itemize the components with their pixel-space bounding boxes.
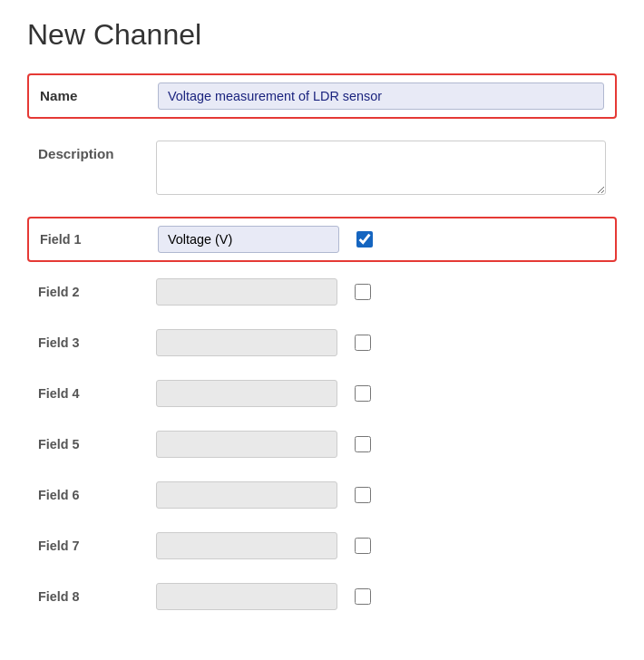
field-row-6: Field 6 xyxy=(27,474,617,516)
field-input-1[interactable] xyxy=(158,226,339,253)
field-checkbox-5[interactable] xyxy=(355,436,371,452)
name-input[interactable] xyxy=(158,82,604,110)
field-label-1: Field 1 xyxy=(40,232,158,247)
field-checkbox-1[interactable] xyxy=(356,231,373,248)
field-row-1: Field 1 xyxy=(27,217,617,262)
field-checkbox-wrapper-8 xyxy=(352,588,374,605)
field-checkbox-7[interactable] xyxy=(355,538,371,554)
field-input-5[interactable] xyxy=(156,431,337,458)
field-checkbox-3[interactable] xyxy=(355,335,371,351)
field-label-6: Field 6 xyxy=(38,488,156,502)
name-label: Name xyxy=(40,82,158,103)
field-checkbox-wrapper-6 xyxy=(352,487,374,503)
description-label: Description xyxy=(38,141,156,161)
field-checkbox-4[interactable] xyxy=(355,385,371,402)
fields-container: Field 1Field 2Field 3Field 4Field 5Field… xyxy=(27,217,617,617)
field-checkbox-wrapper-4 xyxy=(352,385,374,402)
name-row: Name xyxy=(27,73,617,119)
page-title: New Channel xyxy=(27,18,617,52)
field-label-7: Field 7 xyxy=(38,539,156,553)
field-label-3: Field 3 xyxy=(38,335,156,350)
field-checkbox-wrapper-7 xyxy=(352,538,374,554)
field-checkbox-2[interactable] xyxy=(355,284,371,300)
field-label-2: Field 2 xyxy=(38,285,156,299)
field-label-4: Field 4 xyxy=(38,386,156,401)
field-label-5: Field 5 xyxy=(38,437,156,451)
field-checkbox-wrapper-1 xyxy=(354,231,376,248)
field-checkbox-6[interactable] xyxy=(355,487,371,503)
field-row-2: Field 2 xyxy=(27,271,617,313)
description-row: Description xyxy=(27,133,617,202)
field-row-5: Field 5 xyxy=(27,423,617,465)
field-row-4: Field 4 xyxy=(27,373,617,414)
field-row-3: Field 3 xyxy=(27,322,617,364)
field-input-6[interactable] xyxy=(156,481,337,509)
field-checkbox-wrapper-2 xyxy=(352,284,374,300)
field-input-2[interactable] xyxy=(156,278,337,306)
field-label-8: Field 8 xyxy=(38,589,156,604)
field-input-4[interactable] xyxy=(156,380,337,407)
field-row-7: Field 7 xyxy=(27,525,617,567)
new-channel-form: Name Description Field 1Field 2Field 3Fi… xyxy=(27,73,617,617)
field-checkbox-8[interactable] xyxy=(355,588,371,605)
field-checkbox-wrapper-5 xyxy=(352,436,374,452)
field-input-7[interactable] xyxy=(156,532,337,559)
field-row-8: Field 8 xyxy=(27,576,617,617)
field-input-8[interactable] xyxy=(156,583,337,610)
description-textarea[interactable] xyxy=(156,141,606,195)
field-checkbox-wrapper-3 xyxy=(352,335,374,351)
field-input-3[interactable] xyxy=(156,329,337,356)
